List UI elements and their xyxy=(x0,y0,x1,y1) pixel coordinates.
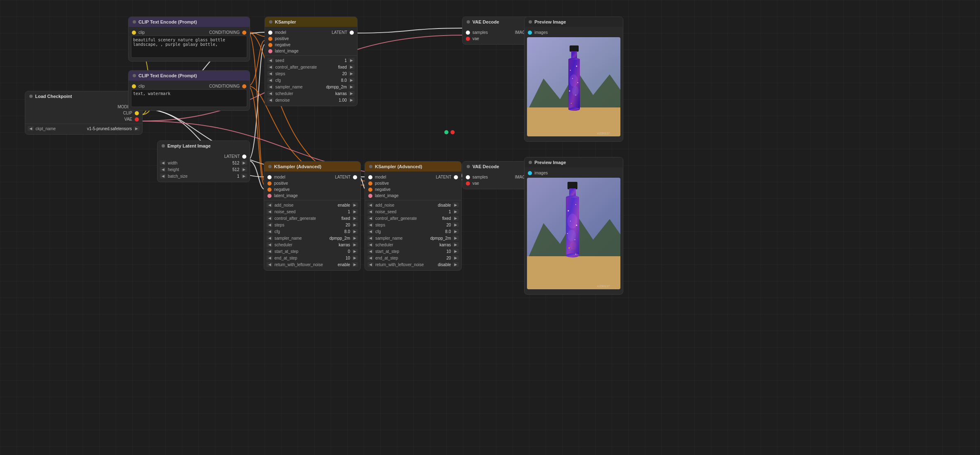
steps-next-btn[interactable]: ▶ xyxy=(348,71,355,76)
svg-point-27 xyxy=(566,253,579,257)
ka2-addnoise-next[interactable]: ▶ xyxy=(453,202,459,207)
ks-denoise-param: ◀ denoise 1.00 ▶ xyxy=(265,97,357,103)
svg-point-29 xyxy=(575,204,576,205)
svg-rect-5 xyxy=(570,45,579,52)
height-prev-btn[interactable]: ◀ xyxy=(160,167,166,172)
p1-images-port: images xyxy=(525,29,623,36)
seed-next-btn[interactable]: ▶ xyxy=(348,58,355,63)
denoise-prev-btn[interactable]: ◀ xyxy=(267,98,274,102)
ka2-steps-prev[interactable]: ◀ xyxy=(367,222,374,227)
svg-text:cc230117: cc230117 xyxy=(597,285,610,288)
ka1-start-prev[interactable]: ◀ xyxy=(267,249,273,254)
preview1-title: Preview Image xyxy=(534,19,566,24)
ka1-noiseseed-prev[interactable]: ◀ xyxy=(267,209,273,214)
batch-prev-btn[interactable]: ◀ xyxy=(160,174,166,179)
clip2-input-port: clip CONDITIONING xyxy=(129,83,250,89)
scheduler-next-btn[interactable]: ▶ xyxy=(348,91,355,96)
node-indicator xyxy=(162,144,165,148)
ka2-noiseseed-next[interactable]: ▶ xyxy=(453,209,459,214)
clip-text1-header: CLIP Text Encode (Prompt) xyxy=(129,17,250,27)
svg-point-16 xyxy=(571,103,572,104)
ka1-noiseseed-next[interactable]: ▶ xyxy=(352,209,358,214)
ka1-return-next[interactable]: ▶ xyxy=(352,262,358,267)
ka1-steps-next[interactable]: ▶ xyxy=(352,222,358,227)
ka2-noiseseed-prev[interactable]: ◀ xyxy=(367,209,374,214)
ka2-sampler-next[interactable]: ▶ xyxy=(453,236,459,241)
empty-latent-title: Empty Latent Image xyxy=(167,143,211,148)
ka2-end-prev[interactable]: ◀ xyxy=(367,255,374,260)
ka2-control-prev[interactable]: ◀ xyxy=(367,216,374,221)
batch-param: ◀ batch_size 1 ▶ xyxy=(157,173,250,179)
ka1-sampler-next[interactable]: ▶ xyxy=(352,236,358,241)
load-checkpoint-node: Load Checkpoint MODEL CLIP VAE ◀ ckpt_na… xyxy=(25,91,143,135)
batch-next-btn[interactable]: ▶ xyxy=(241,174,247,179)
control-next-btn[interactable]: ▶ xyxy=(348,64,355,69)
ka1-steps-prev[interactable]: ◀ xyxy=(267,222,273,227)
ka2-model-port: model LATENT xyxy=(365,174,461,180)
ka2-control-next[interactable]: ▶ xyxy=(453,216,459,221)
ka1-latent-port: latent_image xyxy=(264,193,360,199)
node-indicator xyxy=(529,20,532,24)
ka2-end-next[interactable]: ▶ xyxy=(453,255,459,260)
ka2-sched-next[interactable]: ▶ xyxy=(453,242,459,247)
load-checkpoint-header: Load Checkpoint xyxy=(25,91,142,101)
ka2-cfg-prev[interactable]: ◀ xyxy=(367,229,374,234)
svg-point-36 xyxy=(567,214,577,229)
width-next-btn[interactable]: ▶ xyxy=(241,160,247,165)
ka2-start-next[interactable]: ▶ xyxy=(453,249,459,254)
ka2-return-prev[interactable]: ◀ xyxy=(367,262,374,267)
ka2-steps-next[interactable]: ▶ xyxy=(453,222,459,227)
sampler-prev-btn[interactable]: ◀ xyxy=(267,84,274,89)
p2-images-port: images xyxy=(525,170,623,176)
ka2-addnoise-prev[interactable]: ◀ xyxy=(367,202,374,207)
ka1-end-prev[interactable]: ◀ xyxy=(267,255,273,260)
clip-text2-node: CLIP Text Encode (Prompt) clip CONDITION… xyxy=(128,70,250,111)
ka2-sched-prev[interactable]: ◀ xyxy=(367,242,374,247)
preview1-image: cc230117 xyxy=(527,37,620,136)
ka2-cfg-next[interactable]: ▶ xyxy=(453,229,459,234)
scheduler-prev-btn[interactable]: ◀ xyxy=(267,91,274,96)
ka1-addnoise-prev[interactable]: ◀ xyxy=(267,202,273,207)
node-canvas[interactable]: Load Checkpoint MODEL CLIP VAE ◀ ckpt_na… xyxy=(0,0,980,455)
ka1-sched-next[interactable]: ▶ xyxy=(352,242,358,247)
ks-steps-param: ◀ steps 20 ▶ xyxy=(265,70,357,77)
ks-latent-port: latent_image xyxy=(265,48,357,54)
empty-latent-header: Empty Latent Image xyxy=(157,141,250,151)
ksampler-adv1-title: KSampler (Advanced) xyxy=(274,164,321,169)
ksampler-adv2-header: KSampler (Advanced) xyxy=(365,162,461,172)
clip-text1-input[interactable]: beautiful scenery nature glass bottle la… xyxy=(131,36,247,58)
height-next-btn[interactable]: ▶ xyxy=(241,167,247,172)
sampler-next-btn[interactable]: ▶ xyxy=(348,84,355,89)
clip-text2-input[interactable]: text, watermark xyxy=(131,89,247,107)
latent-output-port: LATENT xyxy=(157,153,250,160)
ks-positive-port: positive xyxy=(265,36,357,42)
ka2-sampler-prev[interactable]: ◀ xyxy=(367,236,374,241)
cfg-next-btn[interactable]: ▶ xyxy=(348,78,355,83)
clip-output-port: CLIP xyxy=(25,110,142,116)
ka1-cfg-next[interactable]: ▶ xyxy=(352,229,358,234)
ka1-control-next[interactable]: ▶ xyxy=(352,216,358,221)
ka1-start-next[interactable]: ▶ xyxy=(352,249,358,254)
seed-prev-btn[interactable]: ◀ xyxy=(267,58,274,63)
ka1-return-prev[interactable]: ◀ xyxy=(267,262,273,267)
svg-rect-22 xyxy=(527,256,620,289)
ka1-end-next[interactable]: ▶ xyxy=(352,255,358,260)
ckpt-next-btn[interactable]: ▶ xyxy=(134,126,140,131)
ka1-cfg-prev[interactable]: ◀ xyxy=(267,229,273,234)
control-prev-btn[interactable]: ◀ xyxy=(267,64,274,69)
ksampler-adv1-header: KSampler (Advanced) xyxy=(264,162,360,172)
steps-prev-btn[interactable]: ◀ xyxy=(267,71,274,76)
denoise-next-btn[interactable]: ▶ xyxy=(348,98,355,102)
ka1-sampler-prev[interactable]: ◀ xyxy=(267,236,273,241)
ks-model-port: model LATENT xyxy=(265,29,357,36)
ka1-addnoise-next[interactable]: ▶ xyxy=(352,202,358,207)
ka2-return-next[interactable]: ▶ xyxy=(453,262,459,267)
ka1-control-prev[interactable]: ◀ xyxy=(267,216,273,221)
width-prev-btn[interactable]: ◀ xyxy=(160,160,166,165)
ks-negative-port: negative xyxy=(265,42,357,48)
node-indicator xyxy=(133,74,136,77)
ckpt-prev-btn[interactable]: ◀ xyxy=(28,126,34,131)
ka2-start-prev[interactable]: ◀ xyxy=(367,249,374,254)
cfg-prev-btn[interactable]: ◀ xyxy=(267,78,274,83)
ka1-sched-prev[interactable]: ◀ xyxy=(267,242,273,247)
